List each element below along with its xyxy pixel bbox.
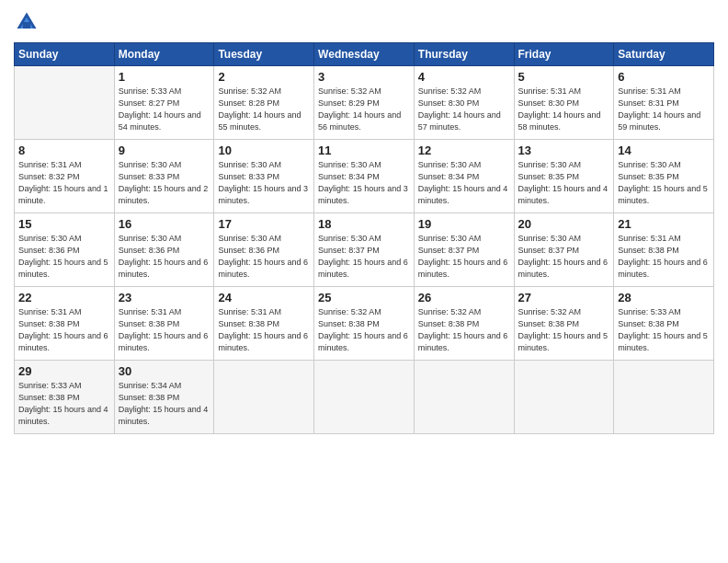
calendar-day-cell: 23Sunrise: 5:31 AMSunset: 8:38 PMDayligh… xyxy=(114,287,214,361)
day-info: Sunrise: 5:30 AMSunset: 8:34 PMDaylight:… xyxy=(318,159,410,207)
calendar-day-cell xyxy=(214,361,314,434)
calendar-day-cell: 5Sunrise: 5:31 AMSunset: 8:30 PMDaylight… xyxy=(514,66,614,140)
calendar-day-cell: 2Sunrise: 5:32 AMSunset: 8:28 PMDaylight… xyxy=(214,66,314,140)
day-info: Sunrise: 5:31 AMSunset: 8:31 PMDaylight:… xyxy=(618,86,710,133)
calendar-day-cell: 26Sunrise: 5:32 AMSunset: 8:38 PMDayligh… xyxy=(414,287,514,361)
day-info: Sunrise: 5:31 AMSunset: 8:38 PMDaylight:… xyxy=(119,306,210,354)
day-info: Sunrise: 5:32 AMSunset: 8:28 PMDaylight:… xyxy=(218,86,310,133)
day-info: Sunrise: 5:30 AMSunset: 8:37 PMDaylight:… xyxy=(318,233,410,281)
calendar-day-cell: 21Sunrise: 5:31 AMSunset: 8:38 PMDayligh… xyxy=(614,213,714,287)
calendar-day-cell: 29Sunrise: 5:33 AMSunset: 8:38 PMDayligh… xyxy=(15,361,115,434)
day-number: 15 xyxy=(18,217,110,231)
day-number: 22 xyxy=(18,291,110,304)
calendar-day-cell: 16Sunrise: 5:30 AMSunset: 8:36 PMDayligh… xyxy=(114,213,214,287)
day-number: 28 xyxy=(618,291,710,304)
calendar-day-cell: 24Sunrise: 5:31 AMSunset: 8:38 PMDayligh… xyxy=(214,287,314,361)
weekday-header-cell: Monday xyxy=(114,43,214,66)
day-number: 3 xyxy=(318,70,410,84)
calendar-day-cell: 11Sunrise: 5:30 AMSunset: 8:34 PMDayligh… xyxy=(314,140,415,213)
calendar-day-cell: 28Sunrise: 5:33 AMSunset: 8:38 PMDayligh… xyxy=(614,287,714,361)
calendar-day-cell: 20Sunrise: 5:30 AMSunset: 8:37 PMDayligh… xyxy=(514,213,614,287)
calendar-week-row: 29Sunrise: 5:33 AMSunset: 8:38 PMDayligh… xyxy=(15,361,714,434)
day-info: Sunrise: 5:31 AMSunset: 8:38 PMDaylight:… xyxy=(18,306,110,354)
day-info: Sunrise: 5:30 AMSunset: 8:36 PMDaylight:… xyxy=(119,233,210,281)
calendar-day-cell: 4Sunrise: 5:32 AMSunset: 8:30 PMDaylight… xyxy=(414,66,514,140)
day-number: 20 xyxy=(518,217,610,231)
calendar-day-cell xyxy=(514,361,614,434)
calendar-day-cell xyxy=(15,66,115,140)
calendar-day-cell: 3Sunrise: 5:32 AMSunset: 8:29 PMDaylight… xyxy=(314,66,415,140)
calendar-day-cell: 14Sunrise: 5:30 AMSunset: 8:35 PMDayligh… xyxy=(614,140,714,213)
calendar-day-cell xyxy=(614,361,714,434)
day-info: Sunrise: 5:32 AMSunset: 8:38 PMDaylight:… xyxy=(518,306,610,354)
day-number: 5 xyxy=(518,70,610,84)
day-info: Sunrise: 5:30 AMSunset: 8:37 PMDaylight:… xyxy=(418,233,510,281)
day-info: Sunrise: 5:30 AMSunset: 8:33 PMDaylight:… xyxy=(119,159,210,207)
day-number: 27 xyxy=(518,291,610,304)
day-number: 24 xyxy=(218,291,310,304)
calendar-day-cell: 18Sunrise: 5:30 AMSunset: 8:37 PMDayligh… xyxy=(314,213,415,287)
day-number: 16 xyxy=(119,217,210,231)
day-info: Sunrise: 5:32 AMSunset: 8:38 PMDaylight:… xyxy=(318,306,410,354)
day-number: 12 xyxy=(418,144,510,157)
calendar-day-cell: 1Sunrise: 5:33 AMSunset: 8:27 PMDaylight… xyxy=(114,66,214,140)
calendar-week-row: 1Sunrise: 5:33 AMSunset: 8:27 PMDaylight… xyxy=(15,66,714,140)
day-info: Sunrise: 5:32 AMSunset: 8:38 PMDaylight:… xyxy=(418,306,510,354)
calendar-body: 1Sunrise: 5:33 AMSunset: 8:27 PMDaylight… xyxy=(15,66,714,434)
svg-rect-2 xyxy=(23,22,30,29)
weekday-header-cell: Saturday xyxy=(614,43,714,66)
day-info: Sunrise: 5:30 AMSunset: 8:36 PMDaylight:… xyxy=(18,233,110,281)
day-info: Sunrise: 5:30 AMSunset: 8:35 PMDaylight:… xyxy=(518,159,610,207)
day-number: 4 xyxy=(418,70,510,84)
day-number: 9 xyxy=(119,144,210,157)
calendar-day-cell xyxy=(414,361,514,434)
day-number: 25 xyxy=(318,291,410,304)
weekday-header-cell: Tuesday xyxy=(214,43,314,66)
calendar-day-cell: 22Sunrise: 5:31 AMSunset: 8:38 PMDayligh… xyxy=(15,287,115,361)
day-number: 2 xyxy=(218,70,310,84)
calendar-day-cell: 25Sunrise: 5:32 AMSunset: 8:38 PMDayligh… xyxy=(314,287,415,361)
logo-icon xyxy=(14,9,40,35)
weekday-header-row: SundayMondayTuesdayWednesdayThursdayFrid… xyxy=(15,43,714,66)
calendar-day-cell: 15Sunrise: 5:30 AMSunset: 8:36 PMDayligh… xyxy=(15,213,115,287)
day-info: Sunrise: 5:32 AMSunset: 8:30 PMDaylight:… xyxy=(418,86,510,133)
weekday-header-cell: Sunday xyxy=(15,43,115,66)
day-number: 14 xyxy=(618,144,710,157)
calendar-week-row: 8Sunrise: 5:31 AMSunset: 8:32 PMDaylight… xyxy=(15,140,714,213)
day-number: 1 xyxy=(119,70,210,84)
day-number: 11 xyxy=(318,144,410,157)
day-info: Sunrise: 5:30 AMSunset: 8:37 PMDaylight:… xyxy=(518,233,610,281)
day-info: Sunrise: 5:31 AMSunset: 8:38 PMDaylight:… xyxy=(218,306,310,354)
calendar-week-row: 15Sunrise: 5:30 AMSunset: 8:36 PMDayligh… xyxy=(15,213,714,287)
calendar-page: SundayMondayTuesdayWednesdayThursdayFrid… xyxy=(0,0,728,563)
calendar-day-cell: 30Sunrise: 5:34 AMSunset: 8:38 PMDayligh… xyxy=(114,361,214,434)
day-info: Sunrise: 5:30 AMSunset: 8:34 PMDaylight:… xyxy=(418,159,510,207)
day-number: 6 xyxy=(618,70,710,84)
day-number: 10 xyxy=(218,144,310,157)
logo xyxy=(14,9,43,35)
day-number: 23 xyxy=(119,291,210,304)
day-info: Sunrise: 5:32 AMSunset: 8:29 PMDaylight:… xyxy=(318,86,410,133)
day-info: Sunrise: 5:31 AMSunset: 8:38 PMDaylight:… xyxy=(618,233,710,281)
day-number: 19 xyxy=(418,217,510,231)
calendar-week-row: 22Sunrise: 5:31 AMSunset: 8:38 PMDayligh… xyxy=(15,287,714,361)
calendar-day-cell: 19Sunrise: 5:30 AMSunset: 8:37 PMDayligh… xyxy=(414,213,514,287)
day-number: 18 xyxy=(318,217,410,231)
calendar-day-cell: 12Sunrise: 5:30 AMSunset: 8:34 PMDayligh… xyxy=(414,140,514,213)
calendar-day-cell: 6Sunrise: 5:31 AMSunset: 8:31 PMDaylight… xyxy=(614,66,714,140)
day-number: 30 xyxy=(119,364,210,378)
day-info: Sunrise: 5:30 AMSunset: 8:33 PMDaylight:… xyxy=(218,159,310,207)
calendar-day-cell: 27Sunrise: 5:32 AMSunset: 8:38 PMDayligh… xyxy=(514,287,614,361)
weekday-header-cell: Thursday xyxy=(414,43,514,66)
header xyxy=(14,9,714,35)
day-info: Sunrise: 5:34 AMSunset: 8:38 PMDaylight:… xyxy=(119,380,210,428)
day-info: Sunrise: 5:31 AMSunset: 8:30 PMDaylight:… xyxy=(518,86,610,133)
day-number: 26 xyxy=(418,291,510,304)
calendar-day-cell: 9Sunrise: 5:30 AMSunset: 8:33 PMDaylight… xyxy=(114,140,214,213)
day-info: Sunrise: 5:30 AMSunset: 8:35 PMDaylight:… xyxy=(618,159,710,207)
weekday-header-cell: Friday xyxy=(514,43,614,66)
day-info: Sunrise: 5:33 AMSunset: 8:27 PMDaylight:… xyxy=(119,86,210,133)
day-number: 8 xyxy=(18,144,110,157)
day-info: Sunrise: 5:33 AMSunset: 8:38 PMDaylight:… xyxy=(18,380,110,428)
day-number: 17 xyxy=(218,217,310,231)
